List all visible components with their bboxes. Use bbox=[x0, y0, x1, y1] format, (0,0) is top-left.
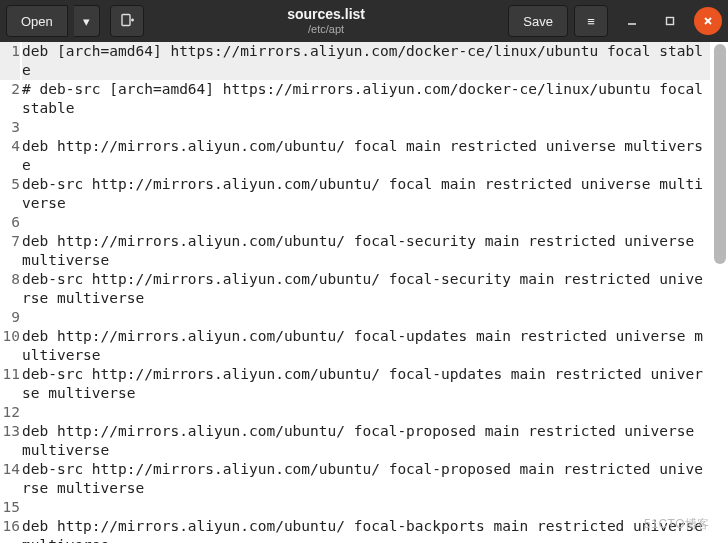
window-minimize-button[interactable] bbox=[618, 7, 646, 35]
code-line[interactable]: deb http://mirrors.aliyun.com/ubuntu/ fo… bbox=[22, 327, 710, 365]
open-recent-dropdown[interactable]: ▾ bbox=[74, 5, 100, 37]
code-line[interactable]: deb [arch=amd64] https://mirrors.aliyun.… bbox=[22, 42, 710, 80]
hamburger-icon: ≡ bbox=[587, 14, 595, 29]
line-number: 12 bbox=[0, 403, 20, 422]
line-number: 10 bbox=[0, 327, 20, 365]
hamburger-menu-button[interactable]: ≡ bbox=[574, 5, 608, 37]
vertical-scrollbar[interactable] bbox=[714, 44, 726, 541]
text-editor[interactable]: 1234567891011121314151617 deb [arch=amd6… bbox=[0, 42, 728, 543]
line-number: 4 bbox=[0, 137, 20, 175]
code-line[interactable] bbox=[22, 308, 710, 327]
save-button[interactable]: Save bbox=[508, 5, 568, 37]
line-number: 9 bbox=[0, 308, 20, 327]
code-area[interactable]: deb [arch=amd64] https://mirrors.aliyun.… bbox=[22, 42, 728, 543]
new-tab-button[interactable] bbox=[110, 5, 144, 37]
code-line[interactable] bbox=[22, 498, 710, 517]
code-line[interactable] bbox=[22, 213, 710, 232]
code-line[interactable]: deb http://mirrors.aliyun.com/ubuntu/ fo… bbox=[22, 232, 710, 270]
code-line[interactable]: deb http://mirrors.aliyun.com/ubuntu/ fo… bbox=[22, 137, 710, 175]
code-line[interactable]: deb-src http://mirrors.aliyun.com/ubuntu… bbox=[22, 460, 710, 498]
open-button[interactable]: Open bbox=[6, 5, 68, 37]
line-number: 8 bbox=[0, 270, 20, 308]
line-number: 15 bbox=[0, 498, 20, 517]
svg-rect-2 bbox=[667, 18, 674, 25]
line-number: 11 bbox=[0, 365, 20, 403]
code-line[interactable]: # deb-src [arch=amd64] https://mirrors.a… bbox=[22, 80, 710, 118]
line-number: 5 bbox=[0, 175, 20, 213]
scrollbar-thumb[interactable] bbox=[714, 44, 726, 264]
code-line[interactable]: deb http://mirrors.aliyun.com/ubuntu/ fo… bbox=[22, 517, 710, 543]
new-document-icon bbox=[119, 13, 135, 29]
line-number: 16 bbox=[0, 517, 20, 543]
line-number: 2 bbox=[0, 80, 20, 118]
line-number-gutter: 1234567891011121314151617 bbox=[0, 42, 22, 543]
code-line[interactable]: deb http://mirrors.aliyun.com/ubuntu/ fo… bbox=[22, 422, 710, 460]
code-line[interactable]: deb-src http://mirrors.aliyun.com/ubuntu… bbox=[22, 175, 710, 213]
window-close-button[interactable] bbox=[694, 7, 722, 35]
code-line[interactable]: deb-src http://mirrors.aliyun.com/ubuntu… bbox=[22, 365, 710, 403]
close-icon bbox=[702, 15, 714, 27]
titlebar: Open ▾ sources.list /etc/apt Save ≡ bbox=[0, 0, 728, 42]
window-maximize-button[interactable] bbox=[656, 7, 684, 35]
code-line[interactable] bbox=[22, 403, 710, 422]
file-path: /etc/apt bbox=[150, 23, 503, 35]
line-number: 13 bbox=[0, 422, 20, 460]
maximize-icon bbox=[664, 15, 676, 27]
line-number: 6 bbox=[0, 213, 20, 232]
line-number: 1 bbox=[0, 42, 20, 80]
chevron-down-icon: ▾ bbox=[83, 14, 90, 29]
minimize-icon bbox=[626, 15, 638, 27]
line-number: 14 bbox=[0, 460, 20, 498]
file-name: sources.list bbox=[150, 7, 503, 22]
line-number: 3 bbox=[0, 118, 20, 137]
code-line[interactable]: deb-src http://mirrors.aliyun.com/ubuntu… bbox=[22, 270, 710, 308]
title-area: sources.list /etc/apt bbox=[150, 7, 503, 34]
line-number: 7 bbox=[0, 232, 20, 270]
code-line[interactable] bbox=[22, 118, 710, 137]
svg-rect-0 bbox=[122, 15, 130, 26]
